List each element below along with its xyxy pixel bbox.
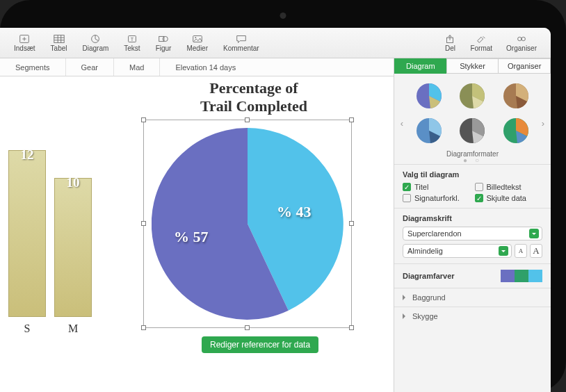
sheet-tab[interactable]: Mad (114, 58, 160, 76)
chart-style[interactable] (496, 115, 535, 146)
chart-style[interactable] (410, 115, 448, 146)
pie-label-b: % 43 (277, 203, 312, 221)
segment-arrange[interactable]: Organiser (498, 58, 551, 74)
chart-button[interactable]: Diagram (75, 29, 115, 57)
svg-point-18 (521, 37, 525, 40)
sheet-tab[interactable]: Segments (0, 58, 66, 76)
edit-data-button[interactable]: Rediger referencer for data (202, 336, 318, 353)
svg-point-17 (518, 37, 521, 40)
resize-handle[interactable] (349, 221, 354, 226)
camera-dot (280, 13, 286, 19)
share-button[interactable]: Del (437, 29, 463, 57)
insert-button[interactable]: Indsæt (7, 29, 42, 57)
chart-style-grid (394, 74, 551, 147)
chart-options-title: Valg til diagram (403, 170, 542, 179)
svg-line-16 (483, 36, 485, 38)
bar-value: 10 (54, 175, 92, 190)
format-button[interactable]: Format (463, 29, 499, 57)
resize-handle[interactable] (141, 117, 146, 122)
comment-button[interactable]: Kommentar (216, 29, 266, 57)
svg-rect-3 (54, 35, 63, 42)
app-window: Indsæt Tabel Diagram TTekst Figur Medier… (0, 28, 551, 392)
media-button[interactable]: Medier (179, 29, 215, 57)
pie-chart[interactable] (152, 128, 343, 320)
chart-style[interactable] (453, 81, 492, 111)
font-style-select[interactable]: Almindelig (403, 244, 512, 258)
segment-pieces[interactable]: Stykker (446, 58, 499, 74)
segment-chart[interactable]: Diagram (394, 58, 446, 74)
chart-style[interactable] (453, 115, 492, 146)
chart-title[interactable]: Percentage of Trail Completed (153, 79, 355, 116)
chart-colors-title: Diagramfarver (403, 272, 455, 280)
section-background[interactable]: Baggrund (394, 288, 551, 307)
text-button[interactable]: TTekst (117, 29, 147, 57)
font-family-select[interactable]: Superclarendon (403, 227, 542, 240)
sheet-tab[interactable]: Gear (66, 58, 114, 76)
section-shadow[interactable]: Skygge (394, 307, 551, 325)
style-next-icon[interactable]: › (538, 118, 548, 129)
bar-chart[interactable]: 12 10 S M (3, 104, 121, 341)
svg-point-12 (163, 36, 168, 41)
resize-handle[interactable] (349, 325, 354, 330)
resize-handle[interactable] (141, 221, 146, 226)
inspector-segments: Diagram Stykker Organiser (394, 58, 551, 74)
chart-style[interactable] (496, 81, 535, 111)
organize-button[interactable]: Organiser (499, 29, 544, 57)
option-title-checkbox[interactable]: ✓Titel (403, 183, 471, 191)
pie-label-a: % 57 (174, 228, 209, 246)
style-prev-icon[interactable]: ‹ (397, 118, 407, 129)
option-caption-checkbox[interactable]: Billedtekst (475, 183, 543, 191)
bar-category: M (54, 322, 92, 335)
option-hidden-checkbox[interactable]: ✓Skjulte data (475, 194, 543, 202)
resize-handle[interactable] (245, 117, 250, 122)
resize-handle[interactable] (141, 325, 146, 330)
option-legend-checkbox[interactable]: Signaturforkl. (403, 194, 471, 202)
font-larger-button[interactable]: A (530, 244, 542, 258)
svg-point-14 (195, 37, 196, 38)
shape-button[interactable]: Figur (149, 29, 179, 57)
font-smaller-button[interactable]: A (515, 244, 527, 258)
chart-colors-swatch[interactable] (501, 270, 542, 282)
toolbar: Indsæt Tabel Diagram TTekst Figur Medier… (0, 28, 551, 58)
resize-handle[interactable] (349, 117, 354, 122)
table-button[interactable]: Tabel (44, 29, 74, 57)
bar-category: S (8, 322, 46, 335)
page-dots[interactable]: ● ○ (394, 156, 551, 164)
chart-font-title: Diagramskrift (403, 214, 542, 222)
svg-text:T: T (131, 35, 134, 42)
canvas[interactable]: 12 10 S M Percentage of Trail Completed (0, 76, 394, 392)
inspector: Diagram Stykker Organiser ‹ › Diagramfor… (394, 58, 551, 392)
chart-style[interactable] (410, 81, 448, 111)
resize-handle[interactable] (245, 325, 250, 330)
bar-value: 12 (8, 147, 46, 163)
